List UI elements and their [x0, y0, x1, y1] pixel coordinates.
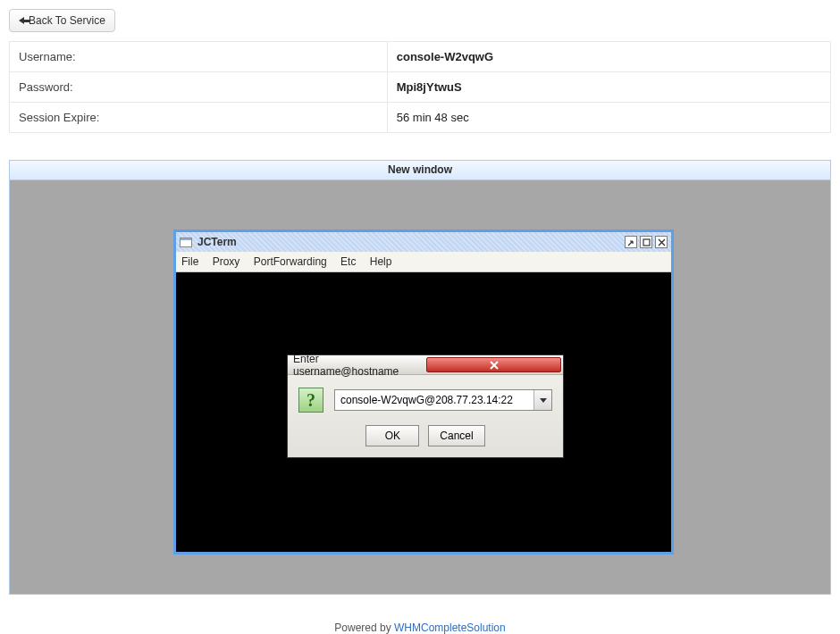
table-row: Username: console-W2vqwG	[10, 42, 831, 72]
window-icon	[180, 238, 192, 247]
menu-etc[interactable]: Etc	[340, 255, 356, 268]
terminal-body[interactable]: Enter username@hostname ?	[176, 272, 671, 552]
dialog-body: ? OK Cancel	[288, 375, 563, 457]
footer-prefix: Powered by	[334, 621, 394, 634]
dialog-close-button[interactable]	[426, 357, 561, 372]
dialog-title: Enter username@hostname	[293, 353, 426, 378]
dropdown-arrow-icon[interactable]	[533, 390, 551, 410]
host-combobox[interactable]	[334, 389, 552, 411]
session-expire-label: Session Expire:	[10, 103, 388, 133]
session-expire-value: 56 min 48 sec	[387, 103, 830, 133]
new-window-label: New window	[388, 163, 452, 176]
password-label: Password:	[10, 72, 388, 103]
close-icon[interactable]	[655, 236, 668, 248]
username-label: Username:	[10, 42, 388, 72]
username-value: console-W2vqwG	[387, 42, 830, 72]
menu-file[interactable]: File	[181, 255, 198, 268]
ok-button[interactable]: OK	[365, 425, 419, 446]
arrow-left-icon	[19, 17, 24, 24]
password-value: Mpi8jYtwuS	[387, 72, 830, 103]
table-row: Password: Mpi8jYtwuS	[10, 72, 831, 103]
jcterm-title: JCTerm	[197, 236, 625, 248]
cancel-button[interactable]: Cancel	[428, 425, 484, 446]
applet-container: New window JCTerm	[9, 160, 831, 595]
footer-link[interactable]: WHMCompleteSolution	[394, 621, 506, 634]
connect-dialog: Enter username@hostname ?	[287, 355, 564, 458]
menu-portforwarding[interactable]: PortForwarding	[254, 255, 327, 268]
jcterm-titlebar[interactable]: JCTerm	[176, 232, 671, 252]
svg-rect-0	[643, 239, 650, 246]
menu-proxy[interactable]: Proxy	[213, 255, 240, 268]
back-to-service-button[interactable]: Back To Service	[9, 9, 115, 32]
menu-help[interactable]: Help	[370, 255, 392, 268]
table-row: Session Expire: 56 min 48 sec	[10, 103, 831, 133]
question-icon: ?	[298, 388, 323, 413]
detach-icon[interactable]	[625, 236, 637, 248]
session-info-table: Username: console-W2vqwG Password: Mpi8j…	[9, 41, 831, 133]
host-input[interactable]	[335, 390, 533, 410]
jcterm-window: JCTerm File Proxy PortForwarding	[173, 229, 674, 555]
new-window-bar[interactable]: New window	[10, 161, 830, 180]
applet-area: JCTerm File Proxy PortForwarding	[10, 180, 830, 594]
jcterm-menubar: File Proxy PortForwarding Etc Help	[176, 252, 671, 272]
maximize-icon[interactable]	[640, 236, 652, 248]
dialog-titlebar[interactable]: Enter username@hostname	[288, 355, 563, 375]
back-button-label: Back To Service	[29, 14, 105, 27]
footer: Powered by WHMCompleteSolution	[9, 621, 831, 634]
